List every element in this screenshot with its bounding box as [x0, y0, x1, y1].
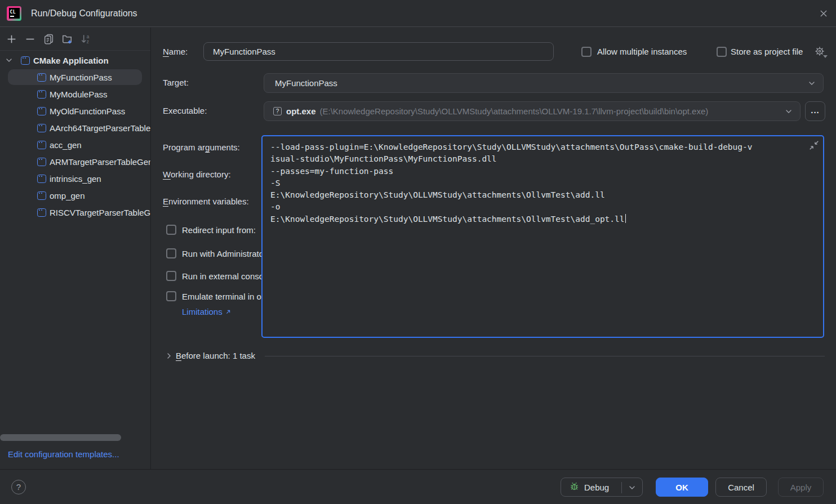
configuration-form: Redirect input from:Run with Administrat…	[152, 28, 836, 469]
sidebar-item-label: MyFunctionPass	[50, 73, 112, 82]
argument-line: -S	[270, 177, 808, 189]
sidebar-item-MyOldFunctionPass[interactable]: MyOldFunctionPass	[0, 102, 150, 119]
target-value: MyFunctionPass	[275, 78, 337, 88]
close-icon[interactable]	[819, 8, 829, 19]
edit-configuration-templates-link[interactable]: Edit configuration templates...	[8, 449, 119, 459]
checkbox[interactable]	[166, 248, 176, 258]
chevron-down-icon[interactable]	[5, 56, 14, 65]
checkbox[interactable]	[166, 291, 176, 301]
browse-executable-button[interactable]: ...	[805, 101, 825, 121]
target-label: Target:	[163, 77, 189, 88]
help-icon[interactable]: ?	[11, 480, 26, 494]
executable-label: Executable:	[163, 105, 207, 117]
allow-multiple-instances-label: Allow multiple instances	[597, 46, 687, 57]
sidebar-item-MyFunctionPass[interactable]: MyFunctionPass	[0, 69, 150, 86]
checkbox-label: Redirect input from:	[182, 225, 256, 235]
allow-multiple-instances-checkbox[interactable]	[581, 47, 592, 57]
chevron-right-icon[interactable]	[164, 351, 174, 360]
sidebar-item-AArch64TargetParserTableGen[interactable]: AArch64TargetParserTableGen	[0, 119, 150, 136]
run-config-icon	[37, 191, 46, 200]
sidebar-item-label: MyModulePass	[50, 90, 108, 99]
apply-button: Apply	[778, 478, 824, 497]
executable-file-name: opt.exe	[286, 106, 316, 116]
run-config-icon	[37, 124, 46, 132]
svg-text:z: z	[87, 39, 89, 44]
sidebar-item-label: RISCVTargetParserTableGen	[50, 208, 150, 217]
config-tree-children: MyFunctionPassMyModulePassMyOldFunctionP…	[0, 69, 150, 221]
store-as-project-file-label: Store as project file	[731, 46, 803, 57]
program-arguments-text: --load-pass-plugin=E:\KnowledgeRepositor…	[270, 141, 808, 225]
chevron-down-icon[interactable]	[628, 483, 637, 494]
argument-line: E:\KnowledgeRepository\Study\OLLVMStudy\…	[270, 213, 808, 225]
checkbox-label: Run in external console	[182, 271, 270, 281]
argument-line: --load-pass-plugin=E:\KnowledgeRepositor…	[270, 141, 808, 153]
argument-line: -o	[270, 201, 808, 213]
limitations-link[interactable]: Limitations	[182, 307, 232, 316]
program-arguments-label: Program arguments:	[163, 142, 240, 153]
sidebar-item-intrinsics_gen[interactable]: intrinsics_gen	[0, 170, 150, 187]
horizontal-scrollbar[interactable]	[0, 434, 121, 441]
sidebar-item-ARMTargetParserTableGen[interactable]: ARMTargetParserTableGen	[0, 153, 150, 170]
sidebar-item-label: acc_gen	[50, 140, 82, 150]
chevron-down-icon	[807, 79, 816, 90]
cancel-button[interactable]: Cancel	[715, 478, 767, 497]
sidebar-item-cmake-application[interactable]: CMake Application	[0, 52, 150, 69]
button-divider	[621, 482, 622, 493]
configurations-sidebar: a z CMake Application MyFunctionPassMyMo…	[0, 28, 151, 469]
dialog-footer: ? Debug OK Cancel Apply	[0, 469, 836, 504]
sidebar-root-label: CMake Application	[33, 56, 109, 65]
sidebar-item-acc_gen[interactable]: acc_gen	[0, 136, 150, 153]
debug-button[interactable]: Debug	[561, 478, 643, 497]
sidebar-item-label: intrinsics_gen	[50, 174, 101, 184]
name-label: Name:	[163, 46, 188, 57]
ok-button[interactable]: OK	[656, 478, 708, 497]
external-link-icon	[225, 309, 232, 315]
sort-alphabetically-icon[interactable]: a z	[80, 33, 91, 44]
checkbox[interactable]	[166, 271, 176, 281]
run-config-icon	[21, 56, 30, 65]
config-tree: CMake Application MyFunctionPassMyModule…	[0, 51, 150, 221]
add-configuration-icon[interactable]	[6, 33, 17, 44]
sidebar-item-MyModulePass[interactable]: MyModulePass	[0, 86, 150, 102]
executable-file-path: (E:\KnowledgeRepository\Study\OLLVMStudy…	[320, 106, 709, 116]
unknown-file-type-icon: ?	[273, 107, 282, 115]
run-config-icon	[37, 73, 46, 82]
chevron-down-icon	[784, 107, 793, 118]
argument-line: isual-studio\MyFunctionPass\MyFunctionPa…	[270, 153, 808, 165]
sidebar-item-omp_gen[interactable]: omp_gen	[0, 187, 150, 204]
name-input-value: MyFunctionPass	[213, 47, 275, 56]
target-combobox[interactable]: MyFunctionPass	[264, 73, 824, 93]
section-divider	[265, 356, 825, 356]
sidebar-toolbar: a z	[0, 28, 150, 51]
program-arguments-textarea[interactable]: --load-pass-plugin=E:\KnowledgeRepositor…	[261, 135, 824, 338]
before-launch-label[interactable]: Before launch: 1 task	[176, 350, 255, 362]
checkbox[interactable]	[166, 225, 176, 235]
name-input[interactable]: MyFunctionPass	[203, 42, 554, 61]
sidebar-item-label: MyOldFunctionPass	[50, 106, 125, 116]
clion-app-icon: CL	[7, 6, 21, 21]
copy-configuration-icon[interactable]	[43, 33, 54, 44]
argument-line: --passes=my-function-pass	[270, 166, 808, 177]
store-as-project-file-checkbox[interactable]	[717, 47, 727, 57]
run-config-icon	[37, 208, 46, 217]
debug-button-label: Debug	[584, 483, 609, 492]
run-config-icon	[37, 158, 46, 166]
sidebar-item-label: omp_gen	[50, 191, 85, 200]
dialog-titlebar: CL Run/Debug Configurations	[0, 0, 836, 27]
sidebar-item-label: ARMTargetParserTableGen	[50, 157, 150, 167]
sidebar-item-label: AArch64TargetParserTableGen	[50, 123, 150, 133]
new-folder-icon[interactable]	[61, 33, 73, 44]
executable-combobox[interactable]: ? opt.exe (E:\KnowledgeRepository\Study\…	[264, 101, 801, 121]
run-config-icon	[37, 107, 46, 115]
working-directory-label: Working directory:	[163, 169, 231, 180]
run-config-icon	[37, 175, 46, 183]
text-caret	[625, 214, 626, 223]
gear-icon[interactable]	[815, 46, 826, 57]
environment-variables-label: Environment variables:	[163, 196, 249, 207]
limitations-link-label: Limitations	[182, 307, 223, 316]
dialog-title: Run/Debug Configurations	[31, 8, 137, 19]
debug-bug-icon	[570, 481, 579, 493]
remove-configuration-icon[interactable]	[24, 33, 35, 44]
sidebar-item-RISCVTargetParserTableGen[interactable]: RISCVTargetParserTableGen	[0, 204, 150, 221]
collapse-field-icon[interactable]	[809, 140, 819, 150]
